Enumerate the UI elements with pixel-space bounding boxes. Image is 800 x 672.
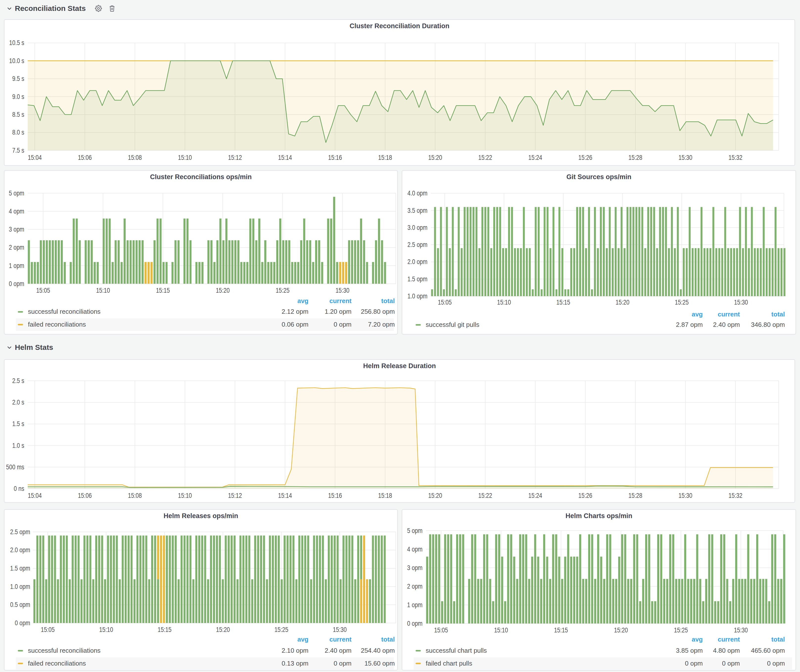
svg-text:15:30: 15:30 [734, 298, 748, 306]
svg-text:15:20: 15:20 [216, 286, 230, 294]
svg-text:1.0 s: 1.0 s [12, 442, 24, 449]
svg-text:1.20 opm: 1.20 opm [325, 307, 352, 315]
svg-text:15:06: 15:06 [78, 492, 92, 499]
svg-text:3 opm: 3 opm [9, 225, 24, 233]
svg-text:total: total [381, 297, 395, 304]
svg-text:0 opm: 0 opm [334, 320, 352, 328]
svg-text:1.0 opm: 1.0 opm [407, 292, 427, 300]
svg-text:15:15: 15:15 [158, 626, 171, 633]
svg-text:0 opm: 0 opm [685, 659, 703, 667]
svg-text:3.0 opm: 3.0 opm [407, 223, 427, 231]
svg-text:9.5 s: 9.5 s [12, 74, 24, 82]
svg-text:2.0 opm: 2.0 opm [10, 546, 30, 554]
svg-text:2.5 opm: 2.5 opm [10, 528, 30, 535]
svg-text:2.0 s: 2.0 s [12, 398, 24, 406]
svg-text:15:18: 15:18 [378, 492, 392, 499]
svg-text:15:16: 15:16 [328, 492, 342, 499]
svg-text:0.06 opm: 0.06 opm [282, 320, 309, 328]
svg-text:2.87 opm: 2.87 opm [676, 321, 703, 328]
svg-text:15:10: 15:10 [178, 154, 192, 161]
svg-text:15:28: 15:28 [628, 154, 642, 161]
svg-text:successful reconciliations: successful reconciliations [28, 307, 101, 315]
svg-text:total: total [771, 310, 785, 318]
svg-text:15:10: 15:10 [494, 626, 508, 634]
svg-text:2.5 opm: 2.5 opm [407, 240, 427, 248]
svg-text:total: total [381, 635, 395, 643]
svg-text:0.5 opm: 0.5 opm [10, 600, 30, 608]
svg-text:4.80 opm: 4.80 opm [713, 646, 740, 654]
svg-text:15:32: 15:32 [728, 154, 742, 161]
svg-text:15:08: 15:08 [128, 154, 142, 161]
svg-text:15:30: 15:30 [678, 154, 693, 161]
svg-text:15:20: 15:20 [614, 626, 628, 634]
svg-text:1.5 opm: 1.5 opm [10, 564, 30, 572]
svg-text:15:20: 15:20 [428, 154, 442, 161]
svg-text:15:30: 15:30 [734, 626, 748, 634]
svg-text:4 opm: 4 opm [407, 545, 422, 553]
svg-text:15:20: 15:20 [216, 626, 230, 633]
svg-text:current: current [718, 635, 740, 643]
svg-text:15:30: 15:30 [336, 286, 349, 294]
svg-text:15:12: 15:12 [228, 154, 242, 161]
svg-text:3 opm: 3 opm [407, 564, 422, 571]
svg-text:15:12: 15:12 [228, 492, 242, 499]
svg-text:2.12 opm: 2.12 opm [282, 307, 309, 315]
svg-text:15:14: 15:14 [278, 492, 292, 499]
svg-text:0 opm: 0 opm [334, 659, 352, 667]
svg-text:15:25: 15:25 [675, 298, 689, 306]
svg-text:7.5 s: 7.5 s [12, 146, 24, 154]
svg-text:15:06: 15:06 [78, 154, 92, 161]
svg-text:2 opm: 2 opm [9, 243, 24, 251]
svg-text:1 opm: 1 opm [407, 601, 422, 608]
svg-text:256.80 opm: 256.80 opm [361, 307, 395, 315]
svg-text:15.60 opm: 15.60 opm [364, 659, 395, 667]
svg-text:15:20: 15:20 [428, 492, 442, 499]
svg-text:15:14: 15:14 [278, 154, 292, 161]
svg-text:15:26: 15:26 [578, 154, 592, 161]
svg-text:15:30: 15:30 [678, 492, 693, 499]
svg-text:15:24: 15:24 [528, 154, 542, 161]
svg-text:2.40 opm: 2.40 opm [713, 321, 740, 328]
svg-text:0 opm: 0 opm [407, 619, 422, 627]
svg-text:0 opm: 0 opm [9, 280, 24, 287]
svg-text:15:30: 15:30 [333, 626, 347, 633]
svg-text:successful reconciliations: successful reconciliations [28, 646, 101, 654]
svg-text:254.40 opm: 254.40 opm [361, 646, 395, 654]
svg-text:15:10: 15:10 [178, 492, 192, 499]
svg-text:5 opm: 5 opm [407, 526, 422, 534]
svg-text:failed reconciliations: failed reconciliations [28, 659, 86, 667]
svg-text:15:32: 15:32 [728, 492, 742, 499]
svg-text:7.20 opm: 7.20 opm [368, 320, 395, 328]
svg-text:1.0 opm: 1.0 opm [10, 582, 30, 590]
svg-text:15:22: 15:22 [478, 154, 492, 161]
svg-text:15:04: 15:04 [28, 492, 42, 499]
svg-text:15:20: 15:20 [616, 298, 630, 306]
svg-text:15:15: 15:15 [554, 626, 568, 634]
svg-text:15:24: 15:24 [528, 492, 542, 499]
svg-text:15:05: 15:05 [434, 626, 448, 634]
svg-text:0.13 opm: 0.13 opm [282, 659, 309, 667]
svg-text:8.0 s: 8.0 s [12, 128, 24, 136]
svg-text:2.40 opm: 2.40 opm [325, 646, 352, 654]
svg-text:15:25: 15:25 [674, 626, 688, 634]
svg-text:total: total [771, 635, 785, 643]
svg-text:avg: avg [692, 310, 703, 318]
svg-text:0 opm: 0 opm [767, 659, 785, 667]
svg-text:15:08: 15:08 [128, 492, 142, 499]
svg-text:avg: avg [298, 635, 309, 643]
svg-text:failed chart pulls: failed chart pulls [426, 659, 472, 667]
svg-text:15:16: 15:16 [328, 154, 342, 161]
svg-text:15:18: 15:18 [378, 154, 392, 161]
svg-text:10.0 s: 10.0 s [9, 57, 24, 64]
svg-text:current: current [329, 297, 352, 304]
svg-text:1.5 s: 1.5 s [12, 420, 24, 427]
svg-text:3.5 opm: 3.5 opm [407, 206, 427, 214]
svg-text:8.5 s: 8.5 s [12, 110, 24, 118]
svg-text:0 opm: 0 opm [722, 659, 740, 667]
svg-text:successful git pulls: successful git pulls [426, 321, 479, 328]
svg-text:0 ns: 0 ns [14, 485, 24, 492]
svg-text:15:05: 15:05 [36, 286, 50, 294]
svg-text:0 opm: 0 opm [15, 619, 30, 626]
svg-text:1 opm: 1 opm [9, 262, 24, 269]
svg-text:3.85 opm: 3.85 opm [676, 646, 703, 654]
